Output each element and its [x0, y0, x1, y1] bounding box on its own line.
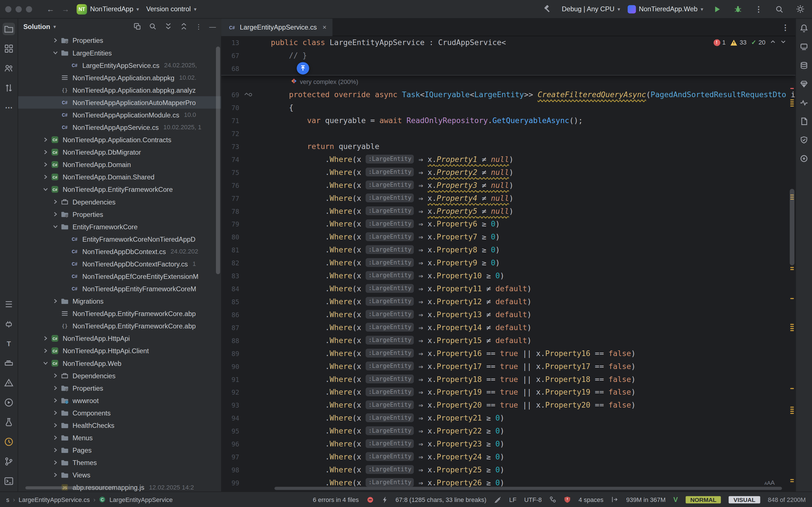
tree-row[interactable]: C#NonTieredAppAppService.cs10.02.2025, 1 [18, 121, 221, 133]
code-line[interactable]: 77 .Where(x :LargeEntity ⇒ x.Property4 ≠… [221, 192, 795, 205]
tree-row[interactable]: C#NonTieredApp.Application.Contracts [18, 133, 221, 146]
code-line[interactable]: 97 .Where(x :LargeEntity ⇒ x.Property24 … [221, 451, 795, 464]
chevron-right-icon[interactable] [51, 398, 60, 403]
chevron-right-icon[interactable] [51, 435, 60, 440]
inlay-type-hint[interactable]: :LargeEntity [366, 465, 414, 474]
database-icon[interactable] [798, 59, 810, 71]
code-line[interactable]: 73 return queryable [221, 140, 795, 153]
code-line[interactable]: 83 .Where(x :LargeEntity ⇒ x.Property10 … [221, 270, 795, 283]
ai-assistant-icon[interactable] [798, 40, 810, 53]
chevron-down-icon[interactable] [51, 50, 60, 55]
gear-icon[interactable] [794, 2, 807, 16]
column-guide-icon[interactable] [611, 496, 619, 503]
collaboration-icon[interactable] [3, 62, 15, 74]
tab-options-icon[interactable]: ⋮ [781, 22, 790, 32]
inlay-type-hint[interactable]: :LargeEntity [366, 258, 414, 267]
vcs-widget[interactable]: Version control ▾ [146, 5, 197, 13]
chevron-right-icon[interactable] [41, 336, 50, 341]
code-line[interactable]: 72 [221, 127, 795, 140]
inlay-type-hint[interactable]: :LargeEntity [366, 193, 414, 202]
code-line[interactable]: 91 .Where(x :LargeEntity ⇒ x.Property18 … [221, 373, 795, 386]
tree-row[interactable]: C#NonTieredApp.HttpApi [18, 332, 221, 344]
run-icon[interactable] [711, 2, 724, 16]
complexity-hint[interactable]: very complex (200%) [221, 75, 795, 89]
inlay-type-hint[interactable]: :LargeEntity [366, 155, 414, 163]
tree-row[interactable]: C#NonTieredAppDbContextFactory.cs1 [18, 258, 221, 270]
expand-all-icon[interactable] [164, 22, 172, 31]
code-line[interactable]: 98 .Where(x :LargeEntity ⇒ x.Property25 … [221, 464, 795, 476]
profiler-monitor-icon[interactable] [798, 96, 810, 109]
chevron-down-icon[interactable]: ▾ [53, 24, 56, 29]
inlay-type-hint[interactable]: :LargeEntity [366, 362, 414, 371]
chevron-down-icon[interactable] [41, 360, 50, 365]
terminal-icon[interactable] [3, 475, 15, 487]
inlay-type-hint[interactable]: :LargeEntity [366, 271, 414, 280]
passed-indicator[interactable]: ✓ 20 [751, 39, 765, 46]
tree-row[interactable]: C#NonTieredApp.HttpApi.Client [18, 344, 221, 357]
tree-row[interactable]: C#NonTieredApp.Domain [18, 158, 221, 171]
chevron-right-icon[interactable] [51, 460, 60, 465]
tree-row[interactable]: Migrations [18, 295, 221, 307]
tree-row[interactable]: wwwroot [18, 394, 221, 407]
memory-indicator[interactable]: 848 of 2200M [768, 496, 806, 503]
code-line[interactable]: 93 .Where(x :LargeEntity ⇒ x.Property20 … [221, 399, 795, 412]
solution-explorer-icon[interactable] [3, 23, 15, 35]
vim-mode-normal[interactable]: NORMAL [686, 496, 721, 503]
code-line[interactable]: 87 .Where(x :LargeEntity ⇒ x.Property14 … [221, 321, 795, 334]
nuget-icon[interactable] [798, 78, 810, 90]
code-line[interactable]: 90 .Where(x :LargeEntity ⇒ x.Property17 … [221, 360, 795, 373]
problems-icon[interactable] [3, 377, 15, 389]
tree-row[interactable]: {}NonTieredApp.Application.abppkg.analyz [18, 84, 221, 96]
git-icon[interactable] [3, 455, 15, 467]
chevron-right-icon[interactable] [41, 162, 50, 167]
project-widget[interactable]: NT NonTieredApp ▾ [77, 4, 139, 14]
chevron-right-icon[interactable] [51, 423, 60, 428]
chevron-right-icon[interactable] [51, 38, 60, 43]
solution-panel-title[interactable]: Solution [23, 22, 50, 31]
tree-row[interactable]: NonTieredApp.EntityFrameworkCore.abp [18, 307, 221, 320]
chevron-right-icon[interactable] [51, 199, 60, 204]
build-icon[interactable] [541, 2, 555, 16]
tree-horizontal-scrollbar[interactable] [26, 487, 114, 490]
inlay-type-hint[interactable]: :LargeEntity [366, 207, 414, 215]
docker-icon[interactable] [3, 357, 15, 369]
readonly-toggle-icon[interactable] [494, 496, 502, 503]
chevron-right-icon[interactable] [51, 385, 60, 390]
tree-row[interactable]: C#NonTieredApp.Domain.Shared [18, 171, 221, 183]
tree-row[interactable]: C#NonTieredAppEfCoreEntityExtensionM [18, 270, 221, 283]
forward-icon[interactable]: → [62, 5, 70, 13]
debug-icon[interactable] [731, 2, 745, 16]
notifications-icon[interactable] [798, 22, 810, 34]
minimize-window-icon[interactable] [15, 6, 22, 12]
tree-row[interactable]: Themes [18, 456, 221, 469]
profiler-icon[interactable] [3, 436, 15, 448]
chevron-right-icon[interactable] [51, 298, 60, 304]
code-line[interactable]: 94 .Where(x :LargeEntity ⇒ x.Property21 … [221, 412, 795, 425]
editor-horizontal-scrollbar[interactable] [274, 487, 782, 490]
close-window-icon[interactable] [5, 6, 11, 12]
tree-row[interactable]: C#NonTieredAppDbContext.cs24.02.202 [18, 245, 221, 258]
ideavim-icon[interactable]: V [673, 496, 678, 504]
documentation-icon[interactable] [798, 115, 810, 127]
tree-row[interactable]: Properties [18, 34, 221, 47]
encoding-widget[interactable]: UTF-8 [524, 496, 542, 503]
inlay-type-hint[interactable]: :LargeEntity [366, 180, 414, 189]
inlay-type-hint[interactable]: :LargeEntity [366, 297, 414, 305]
inspections-widget[interactable]: ! 1 33 ✓ 20 [713, 39, 786, 46]
more-actions-icon[interactable]: ⋮ [752, 2, 765, 16]
inlay-type-hint[interactable]: :LargeEntity [366, 323, 414, 332]
code-line[interactable]: 82 .Where(x :LargeEntity ⇒ x.Property9 ≥… [221, 257, 795, 270]
highlight-level-icon[interactable] [366, 496, 374, 503]
code-line[interactable]: 86 .Where(x :LargeEntity ⇒ x.Property13 … [221, 308, 795, 321]
pull-requests-icon[interactable] [3, 82, 15, 94]
back-icon[interactable]: ← [47, 5, 54, 13]
scroll-to-top-button[interactable] [297, 62, 309, 74]
structure-icon[interactable] [3, 298, 15, 311]
code-line[interactable]: 70 { [221, 101, 795, 114]
tree-row[interactable]: C#NonTieredAppApplicationModule.cs10.0 [18, 109, 221, 121]
tree-vertical-scrollbar[interactable] [216, 47, 220, 274]
code-line[interactable]: 74 .Where(x :LargeEntity ⇒ x.Property1 ≠… [221, 153, 795, 166]
inlay-type-hint[interactable]: :LargeEntity [366, 388, 414, 396]
run-configuration-selector[interactable]: NonTieredApp.Web ▾ [627, 5, 703, 13]
tree-row[interactable]: LargeEntities [18, 47, 221, 59]
